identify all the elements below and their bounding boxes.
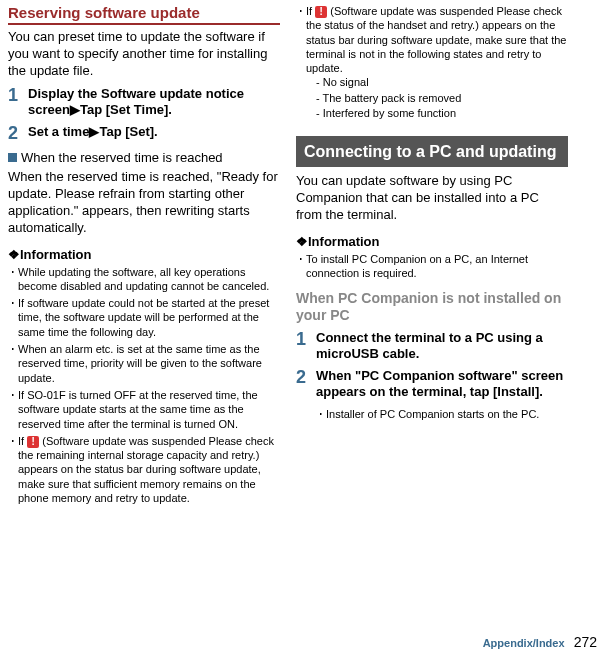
arrow-icon: ▶: [70, 102, 80, 117]
info-bullet: ･If SO-01F is turned OFF at the reserved…: [8, 388, 280, 431]
step-1b: Tap [Set Time].: [80, 102, 172, 117]
bullet-text: If SO-01F is turned OFF at the reserved …: [18, 388, 280, 431]
bullet-icon: ･: [8, 388, 18, 431]
step-2b: Tap [Set].: [99, 124, 157, 139]
sub-text: Installer of PC Companion starts on the …: [326, 407, 539, 421]
connect-body: You can update software by using PC Comp…: [296, 173, 568, 224]
b5a: If: [18, 435, 27, 447]
arrow-icon: ▶: [89, 124, 99, 139]
bullet-icon: ･: [316, 407, 326, 421]
step-2a: Set a time: [28, 124, 89, 139]
step-number: 1: [296, 330, 316, 363]
left-column: Reserving software update You can preset…: [0, 0, 288, 630]
right-column: ･If ! (Software update was suspended Ple…: [288, 0, 576, 630]
connecting-heading: Connecting to a PC and updating: [296, 136, 568, 167]
page-container: Reserving software update You can preset…: [0, 0, 609, 630]
bullet-text: When an alarm etc. is set at the same ti…: [18, 342, 280, 385]
step-number: 2: [8, 124, 28, 144]
step-1: 1 Connect the terminal to a PC using a m…: [296, 330, 568, 363]
t1b: (Software update was suspended Please ch…: [306, 5, 566, 74]
warning-icon: !: [315, 6, 327, 18]
section-label: Appendix/Index: [483, 637, 565, 649]
info-bullet: ･When an alarm etc. is set at the same t…: [8, 342, 280, 385]
bullet-icon: ･: [8, 434, 18, 505]
step-text: Display the Software update notice scree…: [28, 86, 280, 119]
bullet-icon: ･: [8, 342, 18, 385]
dash-item: - Interfered by some function: [316, 106, 568, 121]
step-2: 2 Set a time▶Tap [Set].: [8, 124, 280, 144]
dash-item: - No signal: [316, 75, 568, 90]
bullet-icon: ･: [8, 265, 18, 294]
reserved-time-body: When the reserved time is reached, "Read…: [8, 169, 280, 237]
bullet-icon: ･: [296, 252, 306, 281]
page-footer: Appendix/Index 272: [0, 630, 609, 649]
bullet-text: If ! (Software update was suspended Plea…: [306, 4, 568, 75]
dash-item: - The battery pack is removed: [316, 91, 568, 106]
square-icon: [8, 153, 17, 162]
info-bullet: ･If ! (Software update was suspended Ple…: [8, 434, 280, 505]
warning-icon: !: [27, 436, 39, 448]
information-heading: ❖Information: [8, 247, 280, 262]
pc-companion-heading: When PC Companion is not installed on yo…: [296, 290, 568, 324]
b5b: (Software update was suspended Please ch…: [18, 435, 274, 504]
information-heading: ❖Information: [296, 234, 568, 249]
step-number: 2: [296, 368, 316, 401]
reserved-time-label: When the reserved time is reached: [21, 150, 223, 165]
bullet-text: If software update could not be started …: [18, 296, 280, 339]
bullet-text: To install PC Companion on a PC, an Inte…: [306, 252, 568, 281]
intro-text: You can preset time to update the softwa…: [8, 29, 280, 80]
bullet-icon: ･: [296, 4, 306, 75]
bullet-text: If ! (Software update was suspended Plea…: [18, 434, 280, 505]
reserved-time-heading: When the reserved time is reached: [8, 150, 280, 165]
t1a: If: [306, 5, 315, 17]
info-bullet: ･To install PC Companion on a PC, an Int…: [296, 252, 568, 281]
bullet-icon: ･: [8, 296, 18, 339]
step-1: 1 Display the Software update notice scr…: [8, 86, 280, 119]
info-bullet: ･If software update could not be started…: [8, 296, 280, 339]
step-text: Connect the terminal to a PC using a mic…: [316, 330, 568, 363]
bullet-text: While updating the software, all key ope…: [18, 265, 280, 294]
page-number: 272: [574, 634, 597, 649]
sub-bullet: ･Installer of PC Companion starts on the…: [316, 407, 568, 421]
step-2: 2 When "PC Companion software" screen ap…: [296, 368, 568, 401]
info-bullet: ･If ! (Software update was suspended Ple…: [296, 4, 568, 75]
step-text: When "PC Companion software" screen appe…: [316, 368, 568, 401]
reserving-heading: Reserving software update: [8, 4, 280, 25]
info-bullet: ･While updating the software, all key op…: [8, 265, 280, 294]
step-number: 1: [8, 86, 28, 119]
step-text: Set a time▶Tap [Set].: [28, 124, 158, 144]
